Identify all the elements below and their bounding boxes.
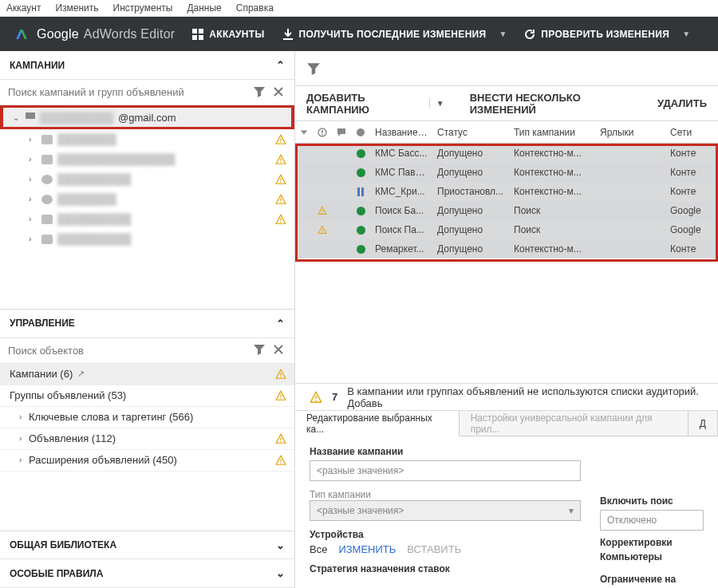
table-row[interactable]: КМС Басс...ДопущеноКонтекстно-м...Конте	[295, 144, 718, 163]
tree-toggle-icon[interactable]: ›	[19, 434, 29, 443]
check-changes-caret-icon[interactable]: ▼	[682, 30, 690, 38]
menu-data[interactable]: Данные	[187, 2, 221, 14]
delete-button[interactable]: УДАЛИТЬ	[657, 97, 707, 109]
svg-rect-2	[192, 35, 197, 40]
tree-toggle-icon[interactable]: ›	[29, 135, 37, 144]
filter-icon[interactable]	[306, 61, 321, 76]
devices-all: Все	[310, 543, 327, 555]
menu-account[interactable]: Аккаунт	[6, 2, 41, 14]
warning-icon	[275, 369, 286, 380]
bulk-edit-button[interactable]: ВНЕСТИ НЕСКОЛЬКО ИЗМЕНЕНИЙ	[470, 92, 638, 116]
shared-library-header[interactable]: ОБЩАЯ БИБЛИОТЕКА ⌄	[0, 531, 294, 559]
row-type: Поиск	[509, 224, 595, 235]
table-row[interactable]: Поиск Па...ДопущеноПоискGoogle	[295, 220, 718, 239]
filter-icon[interactable]	[253, 343, 267, 357]
clear-icon[interactable]	[272, 85, 286, 100]
action-bar: ДОБАВИТЬ КАМПАНИЮ ▼ ВНЕСТИ НЕСКОЛЬКО ИЗМ…	[295, 86, 718, 121]
filter-icon[interactable]	[253, 85, 267, 100]
campaigns-header[interactable]: КАМПАНИИ ⌃	[0, 51, 294, 80]
svg-rect-34	[322, 229, 323, 231]
enabled-dot-icon	[357, 207, 365, 215]
menu-tools[interactable]: Инструменты	[113, 2, 173, 14]
form-computers-label: Компьютеры	[600, 551, 704, 562]
col-checkbox[interactable]	[295, 128, 313, 137]
tree-toggle-icon[interactable]: ›	[29, 195, 37, 203]
tree-toggle-icon[interactable]: ›	[19, 456, 29, 464]
table-row[interactable]: Поиск Ба...ДопущеноПоискGoogle	[295, 201, 718, 220]
row-network: Конте	[665, 243, 710, 255]
col-status-icon[interactable]	[351, 128, 370, 136]
col-comment-icon[interactable]	[332, 128, 351, 137]
svg-rect-0	[192, 29, 197, 34]
mgmt-item-keywords[interactable]: › Ключевые слова и таргетинг (566)	[0, 407, 294, 428]
grid-icon	[192, 29, 203, 40]
tree-campaign-row[interactable]: › ████████████████	[0, 149, 294, 169]
row-warning	[313, 224, 332, 235]
campaign-search-input[interactable]	[8, 86, 248, 98]
warning-icon	[275, 134, 286, 145]
include-search-value: Отключено	[607, 515, 657, 526]
campaign-type-select[interactable]: <разные значения> ▾	[310, 500, 581, 521]
include-search-select[interactable]: Отключено	[600, 510, 704, 531]
tree-toggle-icon[interactable]: ›	[29, 175, 37, 184]
menubar: Аккаунт Изменить Инструменты Данные Спра…	[0, 0, 718, 17]
campaign-name-input[interactable]	[310, 460, 581, 481]
mgmt-item-label: Расширения объявлений (450)	[29, 454, 177, 466]
accounts-button[interactable]: АККАУНТЫ	[192, 29, 264, 40]
devices-change-link[interactable]: ИЗМЕНИТЬ	[338, 543, 396, 555]
get-changes-button[interactable]: ПОЛУЧИТЬ ПОСЛЕДНИЕ ИЗМЕНЕНИЯ	[282, 29, 487, 40]
tree-toggle-icon[interactable]: ›	[29, 155, 37, 164]
warning-summary[interactable]: 7 В кампании или группах объявлений не и…	[295, 384, 718, 411]
col-networks[interactable]: Сети	[665, 127, 710, 138]
get-changes-caret-icon[interactable]: ▼	[499, 30, 507, 38]
campaign-name-blurred: ██████████	[57, 233, 131, 245]
tree-toggle-icon[interactable]: ⌄	[13, 113, 21, 122]
tree-toggle-icon[interactable]: ›	[29, 235, 37, 243]
devices-insert[interactable]: ВСТАВИТЬ	[407, 543, 461, 555]
dropdown-caret-icon[interactable]: ▼	[429, 99, 451, 108]
table-row[interactable]: Ремаркет...ДопущеноКонтекстно-м...Конте	[295, 239, 718, 258]
table-row[interactable]: КМС_Кри...Приостановл...Контекстно-м...К…	[295, 182, 718, 201]
svg-rect-19	[280, 218, 281, 221]
tab-edit-selected[interactable]: Редактирование выбранных ка...	[295, 411, 460, 436]
svg-rect-13	[280, 158, 281, 161]
col-error-icon[interactable]	[313, 128, 332, 137]
tree-campaign-row[interactable]: › ██████████	[0, 229, 294, 249]
tree-campaign-row[interactable]: › ████████	[0, 189, 294, 209]
management-header[interactable]: УПРАВЛЕНИЕ ⌃	[0, 310, 294, 338]
tree-campaign-row[interactable]: › ██████████	[0, 169, 294, 189]
custom-rules-header[interactable]: ОСОБЫЕ ПРАВИЛА ⌄	[0, 559, 294, 588]
svg-rect-10	[32, 116, 35, 119]
expand-icon: ⌄	[276, 567, 285, 579]
tree-campaign-row[interactable]: › ████████	[0, 129, 294, 149]
add-campaign-button[interactable]: ДОБАВИТЬ КАМПАНИЮ ▼	[306, 92, 451, 116]
tree-toggle-icon[interactable]: ›	[19, 412, 29, 421]
col-name[interactable]: Название ...	[370, 127, 432, 138]
tree-toggle-icon[interactable]: ›	[29, 215, 37, 223]
mgmt-item-adgroups[interactable]: Группы объявлений (53)	[0, 385, 294, 407]
svg-rect-8	[26, 116, 29, 119]
check-changes-button[interactable]: ПРОВЕРИТЬ ИЗМЕНЕНИЯ	[524, 29, 669, 40]
collapse-icon: ⌃	[276, 59, 285, 71]
col-type[interactable]: Тип кампании	[509, 127, 595, 138]
row-status: Допущено	[432, 224, 509, 235]
clear-icon[interactable]	[272, 343, 286, 357]
custom-rules-label: ОСОБЫЕ ПРАВИЛА	[10, 568, 103, 579]
tab-uac-settings[interactable]: Настройки универсальной кампании для при…	[460, 411, 688, 436]
mgmt-item-ads[interactable]: › Объявления (112)	[0, 428, 294, 450]
col-labels[interactable]: Ярлыки	[595, 127, 665, 138]
mgmt-item-campaigns[interactable]: Кампании (6) ↗	[0, 364, 294, 385]
object-search-input[interactable]	[8, 345, 248, 357]
tree-campaign-row[interactable]: › ██████████	[0, 209, 294, 229]
table-row[interactable]: КМС Пави...ДопущеноКонтекстно-м...Конте	[295, 163, 718, 182]
menu-help[interactable]: Справка	[236, 2, 274, 14]
col-status[interactable]: Статус	[432, 127, 509, 138]
mgmt-item-label: Кампании (6)	[10, 368, 73, 380]
account-row[interactable]: ⌄ ██████████ @gmail.com	[0, 105, 294, 129]
svg-rect-22	[280, 376, 281, 377]
mgmt-item-extensions[interactable]: › Расширения объявлений (450)	[0, 450, 294, 472]
warning-icon	[275, 433, 286, 444]
tab-more[interactable]: Д	[688, 411, 718, 436]
svg-rect-1	[199, 29, 203, 34]
menu-edit[interactable]: Изменить	[55, 2, 98, 14]
